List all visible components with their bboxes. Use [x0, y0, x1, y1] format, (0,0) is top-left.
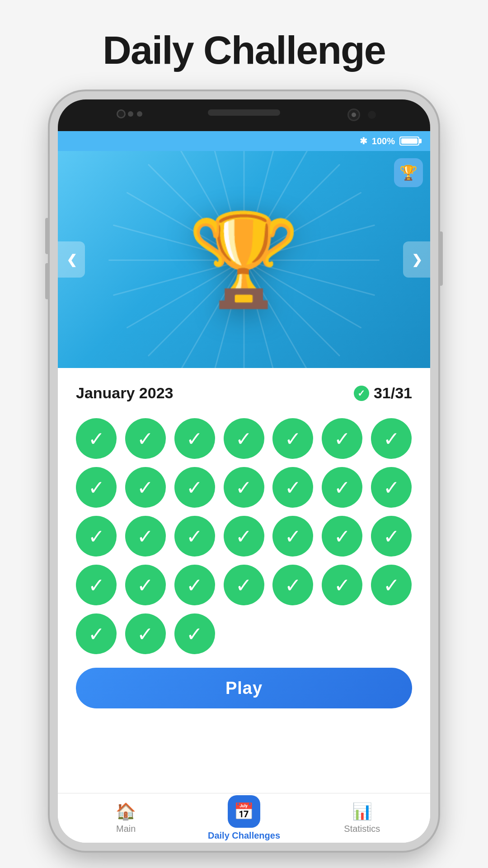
- day-25[interactable]: ✓: [224, 565, 264, 605]
- statistics-icon: 📊: [352, 802, 372, 821]
- calendar-count: ✓ 31/31: [354, 384, 412, 402]
- check-11: ✓: [235, 476, 252, 499]
- check-23: ✓: [137, 574, 154, 597]
- day-19[interactable]: ✓: [272, 516, 313, 557]
- nav-item-statistics[interactable]: 📊 Statistics: [303, 802, 421, 834]
- day-23[interactable]: ✓: [125, 565, 166, 605]
- prev-month-arrow[interactable]: ❮: [58, 241, 85, 278]
- phone-screen: ✱ 100%: [58, 131, 430, 843]
- calendar-month: January 2023: [76, 384, 174, 402]
- play-button[interactable]: Play: [76, 668, 412, 708]
- check-7: ✓: [383, 427, 400, 450]
- check-4: ✓: [235, 427, 252, 450]
- day-28[interactable]: ✓: [371, 565, 412, 605]
- day-6[interactable]: ✓: [322, 418, 362, 459]
- battery-percent: 100%: [372, 136, 395, 146]
- battery-bar: [399, 137, 419, 146]
- proximity-sensor: [368, 111, 376, 119]
- completion-count: 31/31: [374, 384, 412, 402]
- check-25: ✓: [235, 574, 252, 597]
- day-24[interactable]: ✓: [174, 565, 215, 605]
- status-bar: ✱ 100%: [58, 131, 430, 151]
- check-19: ✓: [285, 525, 301, 548]
- hero-area: 🏆 🏆 ❮ ❯: [58, 151, 430, 368]
- day-26[interactable]: ✓: [272, 565, 313, 605]
- day-22[interactable]: ✓: [76, 565, 117, 605]
- day-17[interactable]: ✓: [174, 516, 215, 557]
- volume-up-button: [45, 218, 49, 254]
- day-12[interactable]: ✓: [272, 467, 313, 508]
- phone-frame: ✱ 100%: [50, 91, 438, 851]
- trophy-btn-icon: 🏆: [399, 164, 418, 181]
- day-27[interactable]: ✓: [322, 565, 362, 605]
- bluetooth-icon: ✱: [360, 136, 367, 146]
- check-10: ✓: [186, 476, 203, 499]
- day-29[interactable]: ✓: [76, 613, 117, 654]
- notch-dot-2: [137, 111, 142, 117]
- completion-check-icon: ✓: [354, 386, 369, 401]
- check-3: ✓: [186, 427, 203, 450]
- check-21: ✓: [383, 525, 400, 548]
- check-20: ✓: [334, 525, 351, 548]
- check-22: ✓: [88, 574, 105, 597]
- day-21[interactable]: ✓: [371, 516, 412, 557]
- power-button: [439, 231, 443, 286]
- day-4[interactable]: ✓: [224, 418, 264, 459]
- calendar-grid: ✓ ✓ ✓ ✓ ✓ ✓ ✓ ✓ ✓ ✓ ✓ ✓ ✓ ✓ ✓ ✓ ✓ ✓ ✓: [76, 418, 412, 654]
- bottom-nav: 🏠 Main 📅 Daily Challenges 📊 Statistics: [58, 793, 430, 843]
- check-16: ✓: [137, 525, 154, 548]
- notch-dot-1: [128, 111, 133, 117]
- nav-item-main[interactable]: 🏠 Main: [67, 802, 185, 834]
- check-13: ✓: [334, 476, 351, 499]
- battery-icon: [399, 137, 419, 146]
- speaker-grille: [208, 109, 280, 116]
- check-6: ✓: [334, 427, 351, 450]
- check-27: ✓: [334, 574, 351, 597]
- check-1: ✓: [88, 427, 105, 450]
- day-15[interactable]: ✓: [76, 516, 117, 557]
- day-5[interactable]: ✓: [272, 418, 313, 459]
- trophy-button[interactable]: 🏆: [394, 158, 423, 187]
- nav-label-daily-challenges: Daily Challenges: [208, 830, 280, 841]
- day-11[interactable]: ✓: [224, 467, 264, 508]
- check-15: ✓: [88, 525, 105, 548]
- check-5: ✓: [285, 427, 301, 450]
- status-bar-right: ✱ 100%: [360, 136, 419, 146]
- check-8: ✓: [88, 476, 105, 499]
- day-8[interactable]: ✓: [76, 467, 117, 508]
- day-7[interactable]: ✓: [371, 418, 412, 459]
- day-10[interactable]: ✓: [174, 467, 215, 508]
- check-30: ✓: [137, 623, 154, 646]
- day-18[interactable]: ✓: [224, 516, 264, 557]
- day-13[interactable]: ✓: [322, 467, 362, 508]
- check-18: ✓: [235, 525, 252, 548]
- right-arrow-icon: ❯: [412, 252, 422, 267]
- day-2[interactable]: ✓: [125, 418, 166, 459]
- left-arrow-icon: ❮: [66, 252, 77, 267]
- play-button-label: Play: [225, 679, 263, 698]
- day-3[interactable]: ✓: [174, 418, 215, 459]
- day-20[interactable]: ✓: [322, 516, 362, 557]
- check-17: ✓: [186, 525, 203, 548]
- check-12: ✓: [285, 476, 301, 499]
- day-16[interactable]: ✓: [125, 516, 166, 557]
- check-24: ✓: [186, 574, 203, 597]
- nav-item-daily-challenges[interactable]: 📅 Daily Challenges: [185, 795, 303, 841]
- battery-fill: [401, 138, 418, 144]
- day-9[interactable]: ✓: [125, 467, 166, 508]
- calendar-header: January 2023 ✓ 31/31: [76, 384, 412, 402]
- check-28: ✓: [383, 574, 400, 597]
- home-icon: 🏠: [116, 802, 136, 821]
- nav-label-statistics: Statistics: [344, 824, 380, 834]
- check-14: ✓: [383, 476, 400, 499]
- trophy-icon: 🏆: [188, 214, 300, 305]
- calendar-icon: 📅: [234, 802, 254, 821]
- nav-label-main: Main: [116, 824, 136, 834]
- check-2: ✓: [137, 427, 154, 450]
- next-month-arrow[interactable]: ❯: [403, 241, 430, 278]
- day-14[interactable]: ✓: [371, 467, 412, 508]
- day-1[interactable]: ✓: [76, 418, 117, 459]
- day-30[interactable]: ✓: [125, 613, 166, 654]
- day-31[interactable]: ✓: [174, 613, 215, 654]
- phone-notch: [58, 99, 430, 131]
